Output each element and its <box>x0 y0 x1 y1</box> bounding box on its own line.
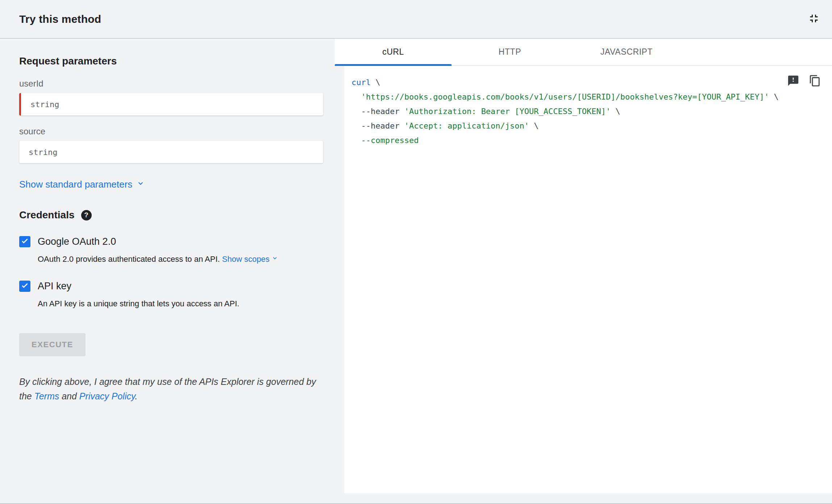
code-token: \ <box>769 92 779 101</box>
help-icon[interactable]: ? <box>81 210 92 220</box>
check-icon <box>21 237 29 247</box>
show-scopes-label: Show scopes <box>222 254 270 265</box>
tab-javascript[interactable]: JAVASCRIPT <box>568 39 685 65</box>
code-token: curl <box>351 78 371 87</box>
privacy-policy-link[interactable]: Privacy Policy <box>79 391 135 401</box>
oauth-credential-row: Google OAuth 2.0 <box>19 236 323 247</box>
code-token: 'Authorization: Bearer [YOUR_ACCESS_TOKE… <box>404 107 611 116</box>
source-input[interactable] <box>19 141 323 163</box>
feedback-icon <box>787 75 799 88</box>
code-token: \ <box>371 78 380 87</box>
code-line: --header 'Accept: application/json' \ <box>351 119 821 133</box>
disclaimer-part3: . <box>135 391 138 401</box>
oauth-label: Google OAuth 2.0 <box>38 236 116 247</box>
dialog-title: Try this method <box>19 13 101 25</box>
request-panel: Request parameters userId source Show st… <box>0 39 335 503</box>
request-parameters-heading: Request parameters <box>19 55 323 67</box>
credentials-heading-row: Credentials ? <box>19 209 323 221</box>
feedback-button[interactable] <box>785 72 802 90</box>
apikey-description: An API key is a unique string that lets … <box>38 298 323 309</box>
oauth-description-text: OAuth 2.0 provides authenticated access … <box>38 255 220 264</box>
show-standard-parameters-label: Show standard parameters <box>19 179 132 190</box>
show-standard-parameters-link[interactable]: Show standard parameters <box>19 178 145 190</box>
apikey-credential-row: API key <box>19 281 323 292</box>
code-token: --header <box>351 121 404 130</box>
userid-label: userId <box>19 79 323 89</box>
apikey-checkbox[interactable] <box>19 281 30 292</box>
source-label: source <box>19 126 323 136</box>
tab-http[interactable]: HTTP <box>452 39 568 65</box>
copy-code-button[interactable] <box>807 72 823 90</box>
chevron-down-icon <box>136 178 145 190</box>
check-icon <box>21 281 29 291</box>
disclaimer-part2: and <box>59 391 79 401</box>
terms-link[interactable]: Terms <box>34 391 59 401</box>
code-area: curl \ 'https://books.googleapis.com/boo… <box>335 66 832 503</box>
code-actions <box>785 72 823 90</box>
apikey-label: API key <box>38 281 71 292</box>
fullscreen-exit-icon <box>807 12 820 26</box>
chevron-down-icon <box>271 254 279 265</box>
dialog-header: Try this method <box>0 0 832 39</box>
copy-icon <box>809 75 821 88</box>
oauth-description: OAuth 2.0 provides authenticated access … <box>38 254 323 265</box>
code-panel: cURL HTTP JAVASCRIPT <box>335 39 832 503</box>
code-token: 'https://books.googleapis.com/books/v1/u… <box>361 92 769 101</box>
code-token <box>351 136 361 145</box>
code-token: --compressed <box>361 136 419 145</box>
disclaimer-text: By clicking above, I agree that my use o… <box>19 374 325 403</box>
code-line: --header 'Authorization: Bearer [YOUR_AC… <box>351 104 821 119</box>
code-tabs: cURL HTTP JAVASCRIPT <box>335 39 832 66</box>
code-line: --compressed <box>351 133 821 148</box>
code-surface: curl \ 'https://books.googleapis.com/boo… <box>344 66 832 493</box>
code-token: \ <box>611 107 620 116</box>
dialog-body: Request parameters userId source Show st… <box>0 39 832 503</box>
collapse-button[interactable] <box>805 10 823 28</box>
code-token <box>351 92 361 101</box>
code-token: --header <box>351 107 404 116</box>
code-line: curl \ <box>351 75 821 90</box>
try-this-method-dialog: Try this method Request parameters userI… <box>0 0 832 504</box>
code-block: curl \ 'https://books.googleapis.com/boo… <box>351 75 821 148</box>
credentials-heading: Credentials <box>19 209 75 221</box>
show-scopes-link[interactable]: Show scopes <box>222 254 279 265</box>
code-token: \ <box>529 121 539 130</box>
code-token: 'Accept: application/json' <box>404 121 529 130</box>
code-line: 'https://books.googleapis.com/books/v1/u… <box>351 90 821 104</box>
oauth-checkbox[interactable] <box>19 236 30 247</box>
execute-button[interactable]: EXECUTE <box>19 333 86 356</box>
tab-curl[interactable]: cURL <box>335 39 452 65</box>
userid-input[interactable] <box>19 93 323 116</box>
